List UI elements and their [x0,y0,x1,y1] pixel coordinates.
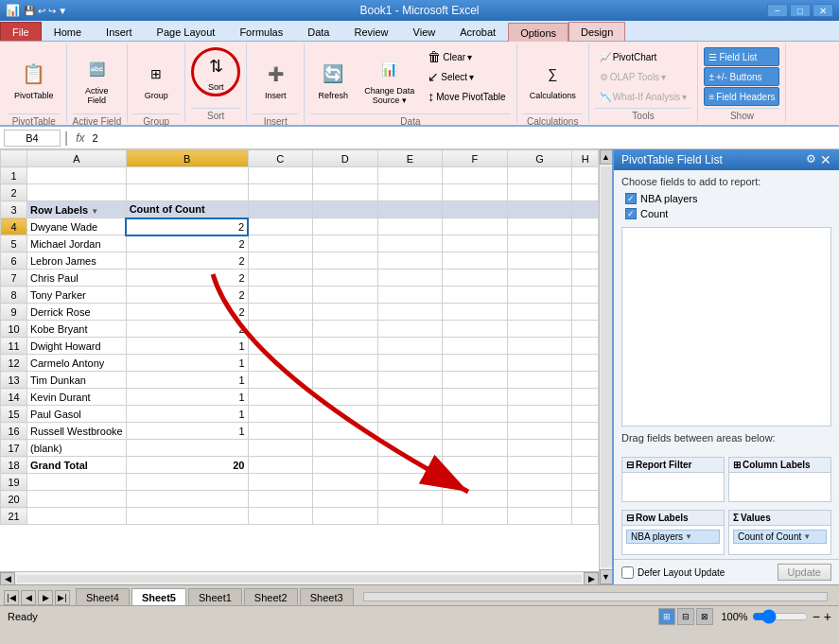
tab-insert[interactable]: Insert [94,22,145,41]
headers-button[interactable]: ≡ Field Headers [704,87,779,106]
update-button[interactable]: Update [778,564,831,581]
status-bar: Ready ⊞ ⊟ ⊠ 100% − + [0,605,839,626]
horizontal-scrollbar[interactable]: ◀ ▶ [0,571,599,584]
sort-icon: ⇅ [201,52,231,80]
tab-page-layout[interactable]: Page Layout [145,22,228,41]
move-pivottable-button[interactable]: ↕ Move PivotTable [423,87,510,106]
sheet-nav-first[interactable]: |◀ [4,590,19,605]
tab-design[interactable]: Design [568,22,625,41]
col-header-g[interactable]: G [507,150,572,167]
zoom-out-button[interactable]: − [813,609,820,624]
maximize-button[interactable]: □ [790,4,811,17]
group-label-sort: Sort [191,108,240,121]
nba-players-chip[interactable]: NBA players ▼ [626,530,720,544]
grand-total-row: 18 Grand Total 20 [1,457,599,474]
count-checkbox[interactable]: ✓ [625,208,637,219]
vertical-scrollbar[interactable]: ▲ ▼ [599,149,612,584]
page-break-view-button[interactable]: ⊠ [696,608,713,625]
spreadsheet: A B C D E F G H 1 [0,149,599,584]
col-header-e[interactable]: E [377,150,443,167]
what-if-icon: 📉 [600,92,611,102]
nba-players-checkbox[interactable]: ✓ [625,193,637,204]
cell-reference-input[interactable] [4,130,61,147]
sort-button[interactable]: ⇅ Sort [191,47,240,96]
main-area: A B C D E F G H 1 [0,149,839,584]
calculations-button[interactable]: ∑ Calculations [523,47,583,112]
values-content[interactable]: Count of Count ▼ [729,526,830,554]
olap-icon: ⚙ [600,72,608,82]
field-list-icon: ☰ [708,52,717,62]
field-list-empty-area [621,227,831,426]
group-label-tools: Tools [595,108,692,121]
tab-options[interactable]: Options [508,23,568,42]
sheet-nav: |◀ ◀ ▶ ▶| [4,590,70,605]
sheet-scrollbar[interactable] [363,592,828,601]
col-header-d[interactable]: D [313,150,378,167]
sheet-tab-sheet3[interactable]: Sheet3 [300,588,354,605]
defer-label: Defer Layout Update [638,567,725,578]
field-count[interactable]: ✓ Count [621,206,831,221]
group-button[interactable]: ⊞ Group [133,47,179,112]
tab-home[interactable]: Home [42,22,94,41]
nba-players-label: NBA players [640,193,698,204]
col-header-a[interactable]: A [27,150,127,167]
field-nba-players[interactable]: ✓ NBA players [621,191,831,206]
drag-section: Drag fields between areas below: [614,426,839,453]
formula-input[interactable] [93,132,836,144]
tab-review[interactable]: Review [341,22,400,41]
report-filter-content[interactable] [622,473,724,501]
tab-acrobat[interactable]: Acrobat [447,22,508,41]
sheet-tab-sheet2[interactable]: Sheet2 [244,588,298,605]
zoom-in-button[interactable]: + [824,609,831,624]
field-list-button[interactable]: ☰ Field List [704,47,779,66]
col-header-c[interactable]: C [248,150,313,167]
olap-tools-button[interactable]: ⚙ OLAP Tools ▾ [595,67,692,86]
tab-data[interactable]: Data [295,22,341,41]
pivottable-button[interactable]: 📋 PivotTable [8,47,61,112]
report-filter-header: ⊟ Report Filter [622,458,724,473]
defer-checkbox[interactable] [621,566,634,579]
sheet-tab-sheet4[interactable]: Sheet4 [76,588,130,605]
sheet-nav-prev[interactable]: ◀ [21,590,36,605]
col-header-h[interactable]: H [572,150,599,167]
column-labels-content[interactable] [729,473,830,501]
insert-button[interactable]: ➕ Insert [253,47,298,112]
group-label-active: Active Field [73,113,122,127]
page-layout-view-button[interactable]: ⊟ [677,608,694,625]
minimize-button[interactable]: − [767,4,788,17]
group-label-show: Show [704,108,779,121]
zoom-slider[interactable] [752,609,809,624]
buttons-button[interactable]: ± +/- Buttons [704,67,779,86]
sheet-nav-last[interactable]: ▶| [55,590,70,605]
col-header-f[interactable]: F [443,150,508,167]
nba-players-chip-label: NBA players [631,531,683,542]
row-labels-content[interactable]: NBA players ▼ [622,526,724,554]
normal-view-button[interactable]: ⊞ [658,608,675,625]
change-data-source-button[interactable]: 📊 Change DataSource ▾ [358,47,421,112]
table-row: 16 Russell Westbrooke 1 [1,423,599,440]
tab-file[interactable]: File [0,22,42,41]
chip-dropdown-icon[interactable]: ▼ [685,532,692,541]
tab-view[interactable]: View [401,22,448,41]
table-row: 20 [1,491,599,508]
close-button[interactable]: ✕ [813,4,833,17]
refresh-button[interactable]: 🔄 Refresh [310,47,356,112]
pivot-chart-button[interactable]: 📈 PivotChart [595,47,692,66]
tab-formulas[interactable]: Formulas [227,22,295,41]
values-icon: Σ [733,513,739,523]
row-labels-icon: ⊟ [626,513,634,523]
pivot-panel-settings-icon[interactable]: ⚙ [806,152,816,167]
sheet-tab-sheet1[interactable]: Sheet1 [188,588,242,605]
col-header-b[interactable]: B [126,150,248,167]
what-if-button[interactable]: 📉 What-If Analysis ▾ [595,87,692,106]
count-of-count-chip[interactable]: Count of Count ▼ [733,530,827,544]
ribbon-tab-bar: File Home Insert Page Layout Formulas Da… [0,21,839,42]
sheet-nav-next[interactable]: ▶ [38,590,53,605]
value-chip-dropdown-icon[interactable]: ▼ [803,532,811,541]
pivot-panel-close-button[interactable]: ✕ [820,152,831,167]
select-button[interactable]: ↙ Select ▾ [423,67,510,86]
defer-checkbox-area[interactable]: Defer Layout Update [621,566,725,579]
clear-button[interactable]: 🗑 Clear ▾ [423,47,510,66]
active-field-button[interactable]: 🔤 ActiveField [74,47,119,112]
sheet-tab-sheet5[interactable]: Sheet5 [131,588,186,605]
